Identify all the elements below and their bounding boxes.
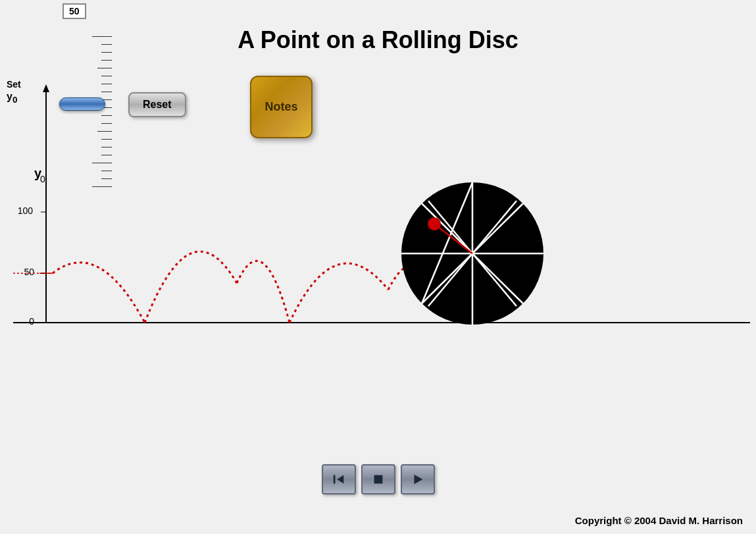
play-icon <box>411 472 425 487</box>
play-button[interactable] <box>401 464 435 494</box>
stop-button[interactable] <box>361 464 395 494</box>
svg-rect-23 <box>333 475 335 484</box>
stop-icon <box>371 472 386 487</box>
svg-marker-24 <box>337 475 343 484</box>
svg-marker-26 <box>414 475 422 485</box>
y-axis-container <box>20 171 72 408</box>
copyright-text: Copyright © 2004 David M. Harrison <box>575 515 743 526</box>
rewind-icon <box>332 472 346 487</box>
svg-marker-1 <box>43 84 49 92</box>
simulation-canvas: y 0 100 50 0 <box>0 0 756 534</box>
rewind-button[interactable] <box>322 464 356 494</box>
svg-rect-25 <box>374 475 382 484</box>
main-container: 50 A Point on a Rolling Disc Set y0 Rese… <box>0 0 756 534</box>
playback-controls <box>322 464 435 494</box>
